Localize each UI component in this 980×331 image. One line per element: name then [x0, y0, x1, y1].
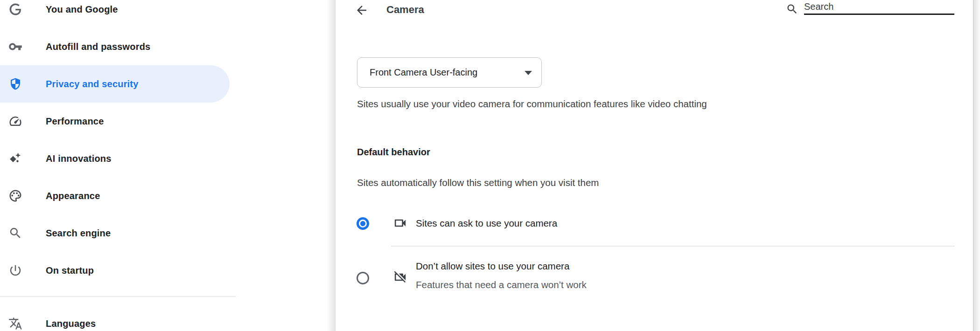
sidebar-item-search-engine[interactable]: Search engine: [0, 214, 230, 252]
option-sublabel-dont-allow: Features that need a camera won’t work: [416, 279, 587, 290]
camera-device-select[interactable]: Front Camera User-facing: [357, 57, 542, 88]
chevron-down-icon: [525, 71, 532, 75]
camera-device-value: Front Camera User-facing: [370, 67, 477, 78]
camera-description: Sites usually use your video camera for …: [357, 98, 707, 110]
speedometer-icon: [8, 114, 22, 128]
magnifier-icon: [8, 226, 22, 240]
shield-icon: [8, 77, 22, 91]
palette-icon: [8, 189, 22, 203]
videocam-icon: [393, 216, 407, 230]
translate-icon: [8, 317, 22, 331]
content-panel-edge: [327, 0, 336, 331]
sidebar-item-performance[interactable]: Performance: [0, 103, 230, 140]
sidebar-item-label: You and Google: [46, 4, 118, 15]
sidebar-item-on-startup[interactable]: On startup: [0, 252, 230, 289]
sidebar-item-languages[interactable]: Languages: [0, 305, 230, 331]
radio-dot: [360, 221, 365, 226]
vertical-scrollbar[interactable]: [973, 0, 980, 331]
back-arrow-icon: [355, 3, 369, 17]
sidebar-item-label: Autofill and passwords: [46, 41, 150, 52]
power-icon: [8, 263, 22, 277]
back-button[interactable]: [354, 2, 370, 18]
sidebar-item-appearance[interactable]: Appearance: [0, 177, 230, 214]
option-divider: [391, 246, 955, 247]
settings-search: [784, 0, 955, 19]
sidebar-item-label: AI innovations: [46, 153, 112, 164]
sidebar-item-label: Privacy and security: [46, 79, 139, 90]
sidebar-item-label: Appearance: [46, 191, 100, 201]
sidebar-item-label: Performance: [46, 116, 104, 127]
option-label-dont-allow[interactable]: Don’t allow sites to use your camera: [416, 261, 569, 272]
sidebar-item-label: On startup: [46, 265, 94, 276]
google-g-icon: [8, 2, 22, 16]
default-behavior-heading: Default behavior: [357, 147, 430, 158]
search-icon: [786, 3, 798, 15]
page-title: Camera: [386, 4, 424, 16]
sidebar-item-you-and-google[interactable]: You and Google: [0, 0, 230, 28]
radio-sites-can-ask[interactable]: [357, 217, 369, 230]
sidebar-item-label: Search engine: [46, 228, 111, 239]
sidebar-item-autofill[interactable]: Autofill and passwords: [0, 28, 230, 65]
settings-sidebar: You and Google Autofill and passwords Pr…: [0, 0, 236, 331]
sidebar-item-ai-innovations[interactable]: AI innovations: [0, 140, 230, 177]
key-icon: [8, 40, 22, 54]
videocam-off-icon: [393, 270, 407, 284]
option-label-sites-can-ask[interactable]: Sites can ask to use your camera: [416, 218, 557, 229]
sidebar-item-label: Languages: [46, 318, 96, 329]
sidebar-item-privacy-and-security[interactable]: Privacy and security: [0, 65, 230, 103]
search-input[interactable]: [804, 0, 954, 15]
sparkles-icon: [8, 152, 22, 166]
radio-dont-allow[interactable]: [357, 272, 369, 284]
sidebar-divider: [0, 296, 236, 297]
default-behavior-subheading: Sites automatically follow this setting …: [357, 177, 599, 188]
